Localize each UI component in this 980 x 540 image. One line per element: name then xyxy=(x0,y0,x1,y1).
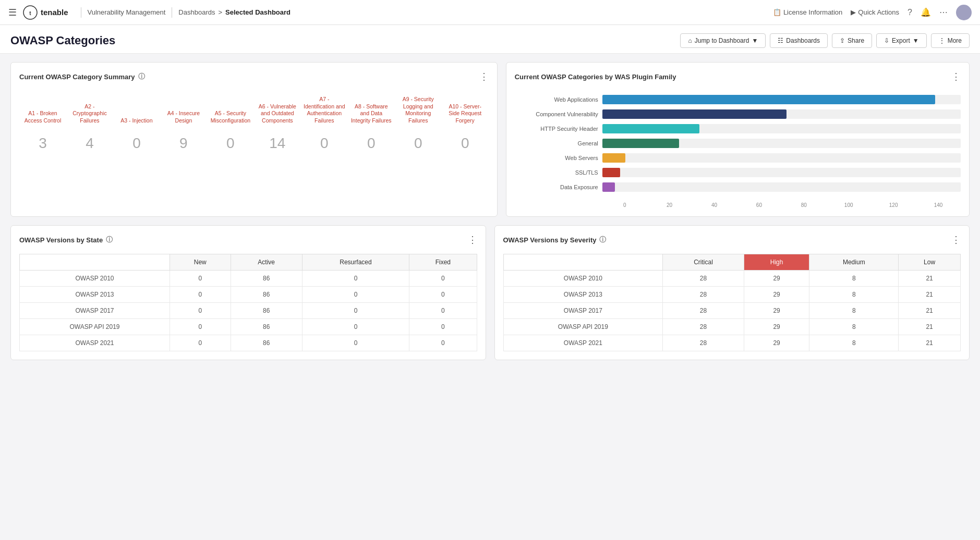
bar-fill xyxy=(602,153,625,163)
state-new-value: 0 xyxy=(170,303,231,319)
axis-tick: 80 xyxy=(781,202,826,208)
tenable-logo-icon: t xyxy=(23,5,38,20)
bar-track xyxy=(602,168,961,177)
sev-critical-value: 28 xyxy=(663,271,744,287)
owasp-category-item: A9 - Security Logging and Monitoring Fai… xyxy=(395,96,442,152)
state-row-label: OWASP 2010 xyxy=(20,271,170,287)
bar-fill xyxy=(602,109,787,119)
state-resurfaced-value: 0 xyxy=(302,287,409,303)
user-avatar[interactable] xyxy=(956,5,972,20)
state-new-value: 0 xyxy=(170,319,231,335)
bar-label: Component Vulnerability xyxy=(515,111,598,117)
sev-low-value: 21 xyxy=(899,271,961,287)
bar-label: Data Exposure xyxy=(515,184,598,190)
owasp-cat-value: 14 xyxy=(269,135,285,152)
bar-row: General xyxy=(515,139,961,148)
summary-card-menu-icon[interactable]: ⋮ xyxy=(479,71,489,82)
owasp-cat-value: 0 xyxy=(414,135,422,152)
owasp-cat-value: 0 xyxy=(461,135,469,152)
help-icon[interactable]: ? xyxy=(908,8,912,17)
bar-row: HTTP Security Header xyxy=(515,124,961,133)
owasp-category-item: A1 - Broken Access Control 3 xyxy=(19,110,66,151)
state-row-label: OWASP API 2019 xyxy=(20,319,170,335)
plugin-family-card-menu-icon[interactable]: ⋮ xyxy=(951,71,961,82)
owasp-cat-label: A5 - Security Misconfiguration xyxy=(210,110,251,124)
share-button[interactable]: ⇪ Share xyxy=(832,33,872,48)
state-table-row: OWASP API 2019 0 86 0 0 xyxy=(20,319,477,335)
state-active-value: 86 xyxy=(231,303,302,319)
sev-medium-value: 8 xyxy=(809,319,899,335)
more-button[interactable]: ⋮ More xyxy=(931,33,970,48)
jump-label: Jump to Dashboard xyxy=(695,37,749,44)
owasp-cat-label: A9 - Security Logging and Monitoring Fai… xyxy=(397,96,439,125)
state-resurfaced-value: 0 xyxy=(302,335,409,351)
sev-medium-value: 8 xyxy=(809,287,899,303)
sev-col-empty xyxy=(503,254,663,271)
state-table-row: OWASP 2013 0 86 0 0 xyxy=(20,287,477,303)
bar-fill xyxy=(602,168,620,177)
sev-high-value: 29 xyxy=(744,319,809,335)
versions-state-menu-icon[interactable]: ⋮ xyxy=(468,234,477,246)
sev-critical-value: 28 xyxy=(663,303,744,319)
plugin-family-bar-chart: Web Applications Component Vulnerability… xyxy=(515,91,961,201)
sev-low-value: 21 xyxy=(899,319,961,335)
sev-critical-value: 28 xyxy=(663,287,744,303)
versions-state-table: NewActiveResurfacedFixed OWASP 2010 0 86… xyxy=(19,254,477,351)
sev-col-high: High xyxy=(744,254,809,271)
versions-state-info-icon[interactable]: ⓘ xyxy=(106,235,113,244)
versions-severity-info-icon[interactable]: ⓘ xyxy=(599,235,606,244)
state-active-value: 86 xyxy=(231,271,302,287)
state-active-value: 86 xyxy=(231,335,302,351)
axis-tick: 20 xyxy=(647,202,692,208)
bar-track xyxy=(602,139,961,148)
severity-table-row: OWASP API 2019 28 29 8 21 xyxy=(503,319,961,335)
summary-info-icon[interactable]: ⓘ xyxy=(138,72,145,81)
bar-row: Web Applications xyxy=(515,95,961,104)
dashboards-button[interactable]: ☷ Dashboards xyxy=(770,33,828,48)
sev-medium-value: 8 xyxy=(809,271,899,287)
bar-label: SSL/TLS xyxy=(515,169,598,176)
export-label: Export xyxy=(892,37,910,44)
versions-severity-menu-icon[interactable]: ⋮ xyxy=(951,234,961,246)
sev-critical-value: 28 xyxy=(663,335,744,351)
quick-actions-button[interactable]: ▶ Quick Actions xyxy=(851,8,899,16)
sev-critical-value: 28 xyxy=(663,319,744,335)
state-col-header: New xyxy=(170,254,231,271)
axis-tick: 40 xyxy=(692,202,737,208)
state-row-label: OWASP 2021 xyxy=(20,335,170,351)
sev-medium-value: 8 xyxy=(809,303,899,319)
state-active-value: 86 xyxy=(231,287,302,303)
sev-high-value: 29 xyxy=(744,335,809,351)
export-chevron-icon: ▼ xyxy=(913,37,919,44)
sev-col-critical: Critical xyxy=(663,254,744,271)
state-col-header: Fixed xyxy=(409,254,477,271)
license-icon: 📋 xyxy=(773,8,781,16)
main-content: Current OWASP Category Summary ⓘ ⋮ A1 - … xyxy=(0,54,980,369)
more-dots-icon: ⋮ xyxy=(939,37,945,44)
export-button[interactable]: ⇩ Export ▼ xyxy=(876,33,927,48)
axis-tick: 0 xyxy=(602,202,647,208)
state-fixed-value: 0 xyxy=(409,271,477,287)
state-new-value: 0 xyxy=(170,271,231,287)
plugin-family-title-text: Current OWASP Categories by WAS Plugin F… xyxy=(515,73,676,81)
state-col-header: Resurfaced xyxy=(302,254,409,271)
state-resurfaced-value: 0 xyxy=(302,319,409,335)
severity-table-row: OWASP 2010 28 29 8 21 xyxy=(503,271,961,287)
owasp-category-item: A8 - Software and Data Integrity Failure… xyxy=(348,103,395,152)
license-info[interactable]: 📋 License Information xyxy=(773,8,842,16)
menu-icon[interactable]: ☰ xyxy=(8,7,17,18)
nav-divider-1 xyxy=(81,7,81,18)
bar-track xyxy=(602,153,961,163)
sev-row-label: OWASP 2017 xyxy=(503,303,663,319)
bar-track xyxy=(602,124,961,133)
nav-section-label[interactable]: Vulnerability Management xyxy=(88,8,166,16)
apps-icon[interactable]: ⋯ xyxy=(939,7,948,17)
plugin-family-card: Current OWASP Categories by WAS Plugin F… xyxy=(506,62,970,217)
versions-state-header: OWASP Versions by State ⓘ ⋮ xyxy=(19,234,477,246)
breadcrumb-root[interactable]: Dashboards xyxy=(178,8,215,16)
top-nav: ☰ t tenable Vulnerability Management Das… xyxy=(0,0,980,25)
notification-icon[interactable]: 🔔 xyxy=(921,7,931,17)
owasp-cat-label: A10 - Server-Side Request Forgery xyxy=(444,103,486,125)
jump-to-dashboard-button[interactable]: ⌂ Jump to Dashboard ▼ xyxy=(680,33,766,48)
owasp-category-item: A10 - Server-Side Request Forgery 0 xyxy=(442,103,489,152)
